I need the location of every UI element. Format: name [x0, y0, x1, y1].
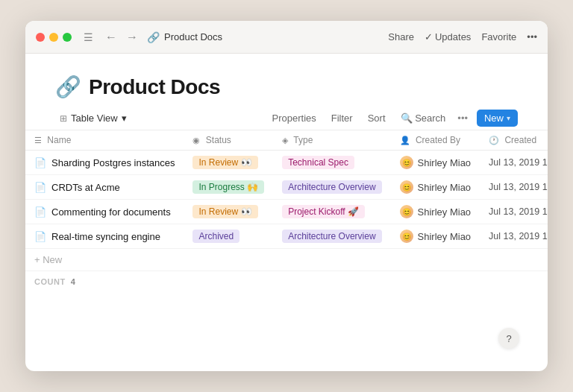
- col-type: ◈ Type: [273, 130, 390, 151]
- table-row[interactable]: 📄 Commenting for documents In Review 👀 P…: [25, 200, 548, 224]
- nav-buttons: ← →: [102, 29, 141, 45]
- col-type-label: Type: [293, 135, 313, 145]
- createdby-text-1: Shirley Miao: [418, 182, 472, 193]
- titlebar-page-icon: 🔗: [147, 31, 160, 43]
- page-header-icon: 🔗: [55, 75, 81, 99]
- type-badge-2: Project Kickoff 🚀: [282, 205, 365, 218]
- cell-created-2: Jul 13, 2019 11:50 AM: [480, 200, 548, 224]
- cell-status-0: In Review 👀: [184, 151, 273, 175]
- status-badge-2: In Review 👀: [192, 205, 257, 218]
- forward-button[interactable]: →: [123, 29, 141, 45]
- created-text-1: Jul 13, 2019 11:50 AM: [489, 182, 548, 192]
- table-row[interactable]: 📄 CRDTs at Acme In Progress 🙌 Architectu…: [25, 175, 548, 200]
- col-name-label: Name: [47, 135, 71, 145]
- col-name: ☰ Name: [25, 130, 184, 151]
- type-badge-3: Architecture Overview: [282, 230, 381, 243]
- table-row[interactable]: 📄 Real-time syncing engine Archived Arch…: [25, 224, 548, 249]
- checkmark-icon: ✓: [425, 31, 433, 42]
- close-button[interactable]: [36, 33, 45, 42]
- type-badge-0: Technical Spec: [282, 156, 354, 169]
- cell-status-1: In Progress 🙌: [184, 175, 273, 200]
- cell-createdby-3: 😊 Shirley Miao: [391, 224, 480, 249]
- name-text-2: Commenting for documents: [51, 206, 171, 218]
- cell-created-0: Jul 13, 2019 11:50 AM: [480, 151, 548, 175]
- avatar-2: 😊: [400, 205, 413, 218]
- menu-icon[interactable]: ☰: [84, 31, 93, 43]
- view-label: Table View: [71, 113, 118, 124]
- titlebar: ☰ ← → 🔗 Product Docs Share ✓ Updates Fav…: [25, 21, 548, 54]
- status-badge-3: Archived: [192, 230, 239, 243]
- search-button[interactable]: 🔍 Search: [395, 110, 452, 127]
- name-text-1: CRDTs at Acme: [51, 182, 120, 193]
- doc-icon-3: 📄: [34, 231, 46, 242]
- col-createdby-label: Created By: [416, 135, 460, 145]
- cell-name-0: 📄 Sharding Postgres instances: [25, 151, 184, 175]
- new-dropdown-icon: ▾: [507, 114, 510, 122]
- cell-name-3: 📄 Real-time syncing engine: [25, 224, 184, 249]
- col-status-icon: ◉: [192, 136, 200, 145]
- createdby-text-0: Shirley Miao: [418, 157, 472, 168]
- col-created-icon: 🕐: [489, 136, 499, 145]
- col-createdby-icon: 👤: [400, 136, 410, 145]
- name-text-0: Sharding Postgres instances: [51, 157, 175, 168]
- col-status-label: Status: [206, 135, 231, 145]
- toolbar-more-button[interactable]: •••: [454, 110, 471, 127]
- titlebar-actions: Share ✓ Updates Favorite •••: [388, 31, 537, 42]
- createdby-text-3: Shirley Miao: [418, 231, 472, 242]
- updates-button[interactable]: ✓ Updates: [425, 31, 471, 42]
- page-body: 🔗 Product Docs ⊞ Table View ▾ Properties…: [25, 54, 548, 371]
- new-label: New: [484, 113, 504, 124]
- col-created-by: 👤 Created By: [391, 130, 480, 151]
- data-table: ☰ Name ◉ Status ◈ Type: [25, 130, 548, 249]
- name-text-3: Real-time syncing engine: [51, 231, 160, 242]
- cell-createdby-1: 😊 Shirley Miao: [391, 175, 480, 200]
- status-badge-0: In Review 👀: [192, 156, 257, 169]
- col-created: 🕐 Created: [480, 130, 548, 151]
- col-created-label: Created: [504, 135, 536, 145]
- properties-button[interactable]: Properties: [266, 110, 322, 127]
- favorite-button[interactable]: Favorite: [481, 31, 516, 42]
- minimize-button[interactable]: [49, 33, 58, 42]
- cell-status-3: Archived: [184, 224, 273, 249]
- search-label: Search: [415, 113, 445, 124]
- createdby-text-2: Shirley Miao: [418, 206, 472, 218]
- table-row[interactable]: 📄 Sharding Postgres instances In Review …: [25, 151, 548, 175]
- add-row-button[interactable]: + New: [25, 249, 548, 271]
- status-badge-1: In Progress 🙌: [192, 180, 264, 194]
- cell-type-1: Architecture Overview: [273, 175, 390, 200]
- filter-button[interactable]: Filter: [325, 110, 359, 127]
- avatar-3: 😊: [400, 230, 413, 243]
- cell-createdby-0: 😊 Shirley Miao: [391, 151, 480, 175]
- doc-icon-0: 📄: [34, 157, 46, 168]
- page-content: 🔗 Product Docs ⊞ Table View ▾ Properties…: [25, 54, 548, 292]
- created-text-3: Jul 13, 2019 11:50 AM: [489, 231, 548, 241]
- help-button[interactable]: ?: [498, 328, 519, 349]
- page-title: Product Docs: [89, 75, 220, 99]
- share-button[interactable]: Share: [388, 31, 414, 42]
- count-label: COUNT: [34, 277, 66, 286]
- col-type-icon: ◈: [282, 136, 288, 145]
- count-row: COUNT 4: [25, 271, 548, 292]
- view-dropdown-icon: ▾: [122, 113, 127, 124]
- avatar-0: 😊: [400, 156, 413, 169]
- avatar-1: 😊: [400, 180, 413, 194]
- count-value: 4: [71, 277, 76, 286]
- sort-button[interactable]: Sort: [362, 110, 392, 127]
- back-button[interactable]: ←: [102, 29, 120, 45]
- cell-createdby-2: 😊 Shirley Miao: [391, 200, 480, 224]
- new-button[interactable]: New ▾: [477, 110, 518, 127]
- cell-name-2: 📄 Commenting for documents: [25, 200, 184, 224]
- cell-type-0: Technical Spec: [273, 151, 390, 175]
- cell-name-1: 📄 CRDTs at Acme: [25, 175, 184, 200]
- table-wrapper: ☰ Name ◉ Status ◈ Type: [25, 130, 548, 292]
- view-selector-button[interactable]: ⊞ Table View ▾: [55, 110, 131, 126]
- table-header-row: ☰ Name ◉ Status ◈ Type: [25, 130, 548, 151]
- created-text-0: Jul 13, 2019 11:50 AM: [489, 157, 548, 168]
- doc-icon-1: 📄: [34, 182, 46, 193]
- toolbar: ⊞ Table View ▾ Properties Filter Sort 🔍 …: [25, 107, 548, 130]
- maximize-button[interactable]: [63, 33, 72, 42]
- table-view-icon: ⊞: [60, 113, 67, 124]
- page-header: 🔗 Product Docs: [25, 54, 548, 107]
- more-options-button[interactable]: •••: [527, 31, 537, 42]
- cell-created-3: Jul 13, 2019 11:50 AM: [480, 224, 548, 249]
